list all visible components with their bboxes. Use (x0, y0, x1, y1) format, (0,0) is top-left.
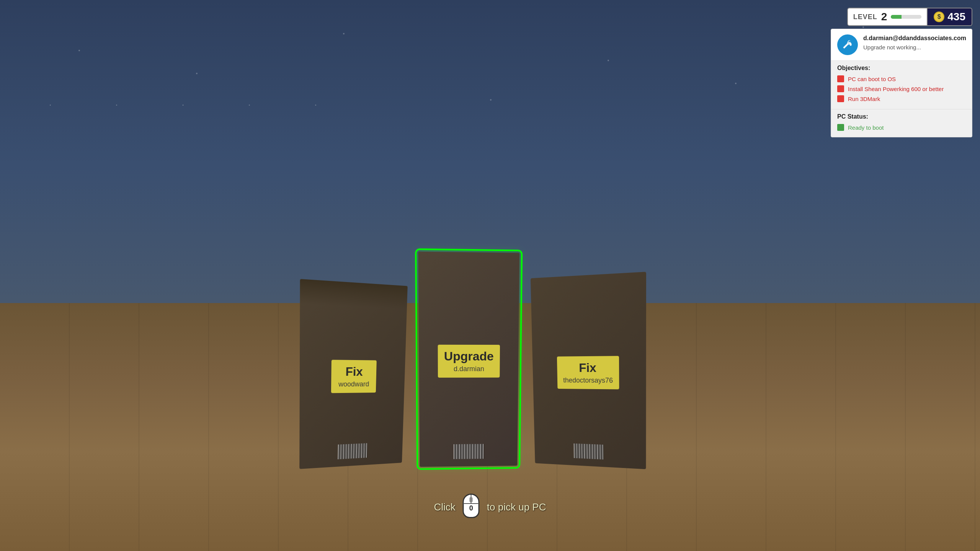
level-label: LEVEL (853, 13, 877, 21)
objectives-title: Objectives: (837, 65, 966, 72)
svg-point-0 (848, 41, 851, 44)
mouse-scroll-wheel (470, 497, 473, 502)
objective-item-3: Run 3DMark (837, 95, 966, 102)
box-left-name: woodward (337, 380, 370, 388)
box-center-name: d.darmian (444, 365, 494, 373)
mouse-body: 0 (463, 494, 480, 518)
objective-indicator-2 (837, 85, 844, 92)
box-right-barcode (574, 443, 604, 460)
pc-status-indicator (837, 124, 844, 131)
objective-item-1: PC can boot to OS (837, 75, 966, 82)
objective-item-2: Install Shean Powerking 600 or better (837, 85, 966, 92)
objective-indicator-3 (837, 95, 844, 102)
box-fix-woodward[interactable]: Fix woodward (299, 279, 408, 469)
pc-status-text: Ready to boot (848, 124, 884, 131)
pc-status-title: PC Status: (837, 113, 966, 120)
box-center-type: Upgrade (444, 349, 494, 364)
mouse-icon: 0 (462, 494, 481, 520)
objective-text-1: PC can boot to OS (848, 76, 896, 82)
client-info: d.darmian@ddanddassociates.com Upgrade n… (863, 34, 966, 51)
money-bar: $ 435 (928, 8, 972, 26)
box-right-name: thedoctorsays76 (563, 377, 613, 385)
client-header: d.darmian@ddanddassociates.com Upgrade n… (831, 29, 972, 61)
box-left-type: Fix (337, 365, 371, 379)
objective-text-2: Install Shean Powerking 600 or better (848, 86, 944, 92)
objectives-section: Objectives: PC can boot to OS Install Sh… (831, 61, 972, 109)
xp-bar-fill (891, 15, 902, 19)
pc-status-item: Ready to boot (837, 124, 966, 131)
box-center-label: Upgrade d.darmian (438, 345, 500, 378)
box-right-label: Fix thedoctorsays76 (557, 356, 619, 389)
box-left-label: Fix woodward (331, 360, 377, 393)
level-number: 2 (881, 11, 887, 23)
box-center-barcode (454, 444, 484, 459)
money-symbol: $ (938, 13, 941, 20)
client-issue: Upgrade not working... (863, 44, 966, 51)
hint-action-text: to pick up PC (487, 501, 546, 513)
box-upgrade-darmian[interactable]: Upgrade d.darmian (418, 252, 519, 467)
xp-bar-container (891, 15, 921, 19)
objective-text-3: Run 3DMark (848, 96, 880, 102)
mouse-click-number: 0 (469, 504, 473, 512)
money-amount: 435 (947, 11, 965, 23)
money-icon: $ (934, 11, 944, 22)
box-right-type: Fix (563, 361, 613, 375)
pickup-hint: Click 0 to pick up PC (434, 494, 546, 520)
hint-click-text: Click (434, 501, 456, 513)
box-left-barcode (338, 443, 367, 459)
info-panel: d.darmian@ddanddassociates.com Upgrade n… (831, 29, 972, 137)
mouse-button-line (464, 503, 479, 504)
level-bar: LEVEL 2 (847, 8, 928, 26)
objective-indicator-1 (837, 75, 844, 82)
client-email: d.darmian@ddanddassociates.com (863, 34, 966, 42)
wrench-icon (841, 39, 854, 51)
client-avatar (837, 34, 858, 55)
box-fix-thedoctor[interactable]: Fix thedoctorsays76 (531, 272, 646, 469)
pc-status-section: PC Status: Ready to boot (831, 109, 972, 137)
hud-top-bar: LEVEL 2 $ 435 (847, 8, 972, 26)
boxes-container: Fix woodward Upgrade d.darmian Fix thedo… (301, 254, 645, 468)
